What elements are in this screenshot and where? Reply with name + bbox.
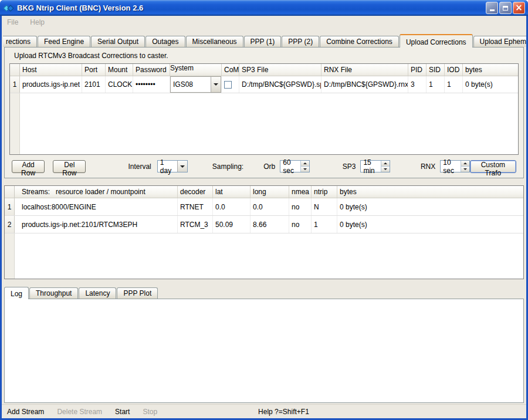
bnc-app-icon bbox=[4, 4, 14, 13]
tab-latency[interactable]: Latency bbox=[79, 287, 116, 299]
col-header-bytes: bytes bbox=[463, 64, 518, 76]
nmea-cell: no bbox=[289, 216, 312, 233]
arrow-down-icon bbox=[384, 168, 387, 170]
interval-combobox[interactable]: 1 day bbox=[157, 160, 188, 172]
tab-serial-output[interactable]: Serial Output bbox=[91, 36, 145, 47]
orb-sampling-spinbox[interactable]: 60 sec bbox=[280, 160, 310, 172]
sp3-file-cell[interactable]: D:/tmp/BNC${GPSWD}.sp3 bbox=[239, 76, 321, 93]
window-title: BKG Ntrip Client (BNC) Version 2.6 bbox=[17, 4, 485, 12]
tab-upload-corrections[interactable]: Upload Corrections bbox=[400, 34, 473, 48]
interval-label: Interval bbox=[128, 162, 151, 171]
orb-label: Orb bbox=[263, 162, 275, 171]
statusbar: Add Stream Delete Stream Start Stop Help… bbox=[2, 404, 526, 418]
tab-outages[interactable]: Outages bbox=[145, 36, 185, 47]
tab-log[interactable]: Log bbox=[4, 287, 29, 299]
col-header-iod: IOD bbox=[445, 64, 463, 76]
spin-up-button[interactable] bbox=[301, 161, 309, 167]
system-combobox-value: IGS08 bbox=[173, 80, 193, 89]
minimize-button[interactable] bbox=[486, 2, 498, 14]
chevron-down-icon bbox=[214, 83, 218, 86]
tab-upload-ephemeris[interactable]: Upload Ephemeris bbox=[473, 36, 526, 47]
decoder-cell: RTNET bbox=[178, 198, 213, 215]
spin-down-button[interactable] bbox=[301, 167, 309, 172]
col-header-password: Password bbox=[133, 64, 170, 76]
rnx-sampling-spinbox[interactable]: 10 sec bbox=[440, 160, 470, 172]
upload-corrections-pane: Upload RTCMv3 Broadcast Corrections to c… bbox=[4, 47, 524, 178]
delete-stream-button[interactable]: Delete Stream bbox=[57, 408, 102, 416]
col-header-bytes: bytes bbox=[337, 186, 523, 198]
log-output-area[interactable] bbox=[4, 299, 524, 403]
host-cell[interactable]: products.igs-ip.net bbox=[20, 76, 82, 93]
upload-table-row: 1 products.igs-ip.net 2101 CLOCK •••••••… bbox=[10, 76, 518, 93]
main-tabbar: rections Feed Engine Serial Output Outag… bbox=[3, 33, 525, 47]
mount-cell[interactable]: CLOCK bbox=[106, 76, 133, 93]
col-header-mountpoint: Streams: resource loader / mountpoint bbox=[15, 186, 178, 198]
col-header-sid: SID bbox=[427, 64, 445, 76]
tab-broadcast-corrections[interactable]: rections bbox=[3, 36, 37, 47]
com-checkbox[interactable] bbox=[224, 81, 232, 89]
tab-ppp-2[interactable]: PPP (2) bbox=[282, 36, 319, 47]
maximize-button[interactable] bbox=[499, 2, 512, 14]
sampling-label: Sampling: bbox=[212, 162, 243, 171]
sid-cell[interactable]: 1 bbox=[427, 76, 445, 93]
tab-ppp-1[interactable]: PPP (1) bbox=[244, 36, 282, 47]
sp3-spinbox-value: 15 min bbox=[363, 158, 381, 175]
spinner-buttons bbox=[381, 161, 390, 172]
spinner-buttons bbox=[300, 161, 309, 172]
tab-throughput[interactable]: Throughput bbox=[29, 287, 78, 299]
col-header-port: Port bbox=[82, 64, 106, 76]
port-cell[interactable]: 2101 bbox=[82, 76, 106, 93]
spin-up-button[interactable] bbox=[381, 161, 390, 167]
add-stream-button[interactable]: Add Stream bbox=[7, 408, 44, 416]
lat-cell: 50.09 bbox=[213, 216, 251, 233]
pid-cell[interactable]: 3 bbox=[408, 76, 427, 93]
col-header-nmea: nmea bbox=[289, 186, 312, 198]
bytes-cell: 0 byte(s) bbox=[337, 198, 523, 215]
long-cell: 0.0 bbox=[251, 198, 289, 215]
combo-dropdown-button[interactable] bbox=[211, 77, 221, 92]
tab-ppp-plot[interactable]: PPP Plot bbox=[117, 287, 158, 299]
del-row-button[interactable]: Del Row bbox=[53, 160, 86, 173]
mountpoint-cell: localhost:8000/ENGINE bbox=[15, 198, 178, 215]
col-header-mount: Mount bbox=[106, 64, 133, 76]
iod-cell[interactable]: 1 bbox=[445, 76, 463, 93]
password-cell[interactable]: •••••••• bbox=[133, 76, 170, 93]
col-header-ntrip: ntrip bbox=[312, 186, 337, 198]
close-button[interactable]: × bbox=[513, 2, 525, 14]
tab-miscellaneous[interactable]: Miscellaneous bbox=[186, 36, 243, 47]
spin-down-button[interactable] bbox=[381, 167, 390, 172]
corner-header-cell bbox=[5, 186, 15, 198]
help-hint-label: Help ?=Shift+F1 bbox=[258, 408, 309, 416]
col-header-rnx-file: RNX File bbox=[321, 64, 408, 76]
arrow-down-icon bbox=[303, 168, 307, 170]
upload-table-header: Host Port Mount Password System CoM SP3 … bbox=[10, 64, 518, 76]
spin-up-button[interactable] bbox=[461, 161, 469, 167]
stream-row[interactable]: 2 products.igs-ip.net:2101/RTCM3EPH RTCM… bbox=[5, 216, 523, 233]
lat-cell: 0.0 bbox=[213, 198, 251, 215]
mountpoint-cell: products.igs-ip.net:2101/RTCM3EPH bbox=[15, 216, 178, 233]
system-combobox[interactable]: IGS08 bbox=[170, 76, 221, 93]
bytes-cell: 0 byte(s) bbox=[463, 76, 518, 93]
rnx-file-cell[interactable]: D:/tmp/BNC${GPSWD}.rnx bbox=[321, 76, 408, 93]
menubar: File Help bbox=[2, 16, 526, 29]
arrow-down-icon bbox=[463, 168, 467, 170]
stream-row[interactable]: 1 localhost:8000/ENGINE RTNET 0.0 0.0 no… bbox=[5, 198, 523, 216]
streams-table-header: Streams: resource loader / mountpoint de… bbox=[5, 186, 523, 198]
spin-down-button[interactable] bbox=[461, 167, 469, 172]
start-button[interactable]: Start bbox=[115, 408, 130, 416]
menu-help[interactable]: Help bbox=[30, 18, 45, 26]
add-row-button[interactable]: Add Row bbox=[12, 160, 45, 173]
tab-feed-engine[interactable]: Feed Engine bbox=[38, 36, 90, 47]
menu-file[interactable]: File bbox=[7, 18, 18, 26]
rnx-label: RNX bbox=[421, 162, 435, 171]
maximize-icon bbox=[503, 6, 508, 11]
combo-dropdown-button[interactable] bbox=[177, 161, 187, 172]
sp3-sampling-spinbox[interactable]: 15 min bbox=[360, 160, 390, 172]
row-header-strip bbox=[5, 233, 15, 279]
tab-combine-corrections[interactable]: Combine Corrections bbox=[320, 36, 399, 47]
bytes-cell: 0 byte(s) bbox=[337, 216, 523, 233]
custom-trafo-button[interactable]: Custom Trafo bbox=[470, 160, 516, 173]
stop-button[interactable]: Stop bbox=[143, 408, 157, 416]
row-number: 2 bbox=[5, 216, 15, 233]
titlebar[interactable]: BKG Ntrip Client (BNC) Version 2.6 × bbox=[0, 0, 528, 16]
